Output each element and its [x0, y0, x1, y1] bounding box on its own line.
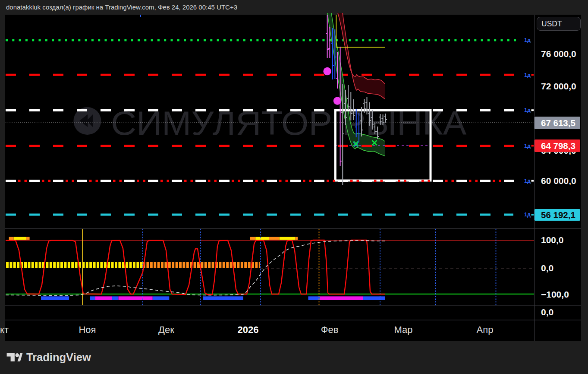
svg-text:TradingView: TradingView — [26, 351, 91, 363]
